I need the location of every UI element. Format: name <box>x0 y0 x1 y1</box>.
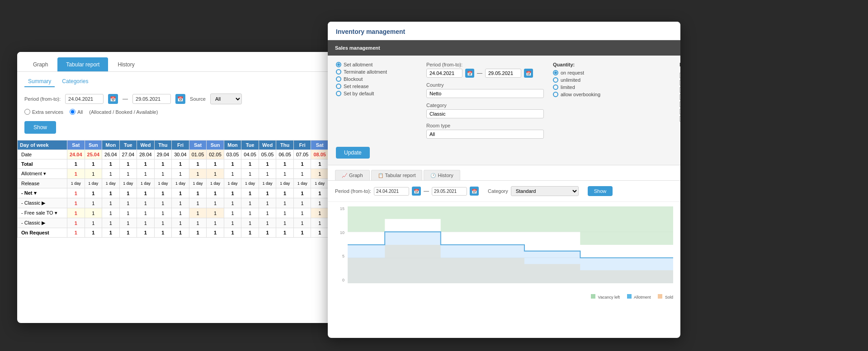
data-table: Day of week Sat Sun Mon Tue Wed Thu Fri … <box>17 140 347 238</box>
tuesday1-checkbox[interactable] <box>679 80 680 85</box>
extra-services-radio[interactable]: Extra services <box>24 109 63 115</box>
col-tue2: Tue <box>241 140 259 150</box>
bottom-cal-from[interactable]: 📅 <box>412 187 421 196</box>
on-request-radio[interactable] <box>553 70 558 75</box>
bottom-date-to[interactable] <box>432 187 467 196</box>
tuesday2-option[interactable]: Tuesday <box>679 94 680 100</box>
source-select[interactable]: All <box>210 94 242 104</box>
on-request-option[interactable]: on request <box>553 70 670 75</box>
set-by-default-option[interactable]: Set by default <box>336 91 417 96</box>
friday-checkbox[interactable] <box>679 102 680 107</box>
dark-section: Sales management <box>328 40 680 56</box>
bottom-cal-to[interactable]: 📅 <box>470 187 479 196</box>
left-form: Period (from-to): 📅 — 📅 Source All Extra… <box>17 87 347 140</box>
graph-chart-icon: 📈 <box>342 173 347 178</box>
legend-vacancy: Vacancy left <box>591 294 620 300</box>
y-label-15: 15 <box>335 206 346 211</box>
col-day-of-week: Day of week <box>18 140 67 150</box>
saturday-checkbox[interactable] <box>679 109 680 114</box>
history-icon: 🕐 <box>430 173 436 178</box>
set-release-radio[interactable] <box>336 84 341 89</box>
wednesday-option[interactable]: Wednesday <box>679 87 680 93</box>
bottom-show-button[interactable]: Show <box>588 186 613 196</box>
room-type-input[interactable] <box>426 130 544 139</box>
blockout-radio[interactable] <box>336 76 341 82</box>
limited-option[interactable]: limited <box>553 84 670 90</box>
terminate-allotment-option[interactable]: Terminate allotment <box>336 69 417 75</box>
calendar-from-icon[interactable]: 📅 <box>108 94 118 104</box>
all-label: All <box>77 109 83 115</box>
row-label: Date <box>18 150 67 159</box>
tuesday1-option[interactable]: Tuesday <box>679 80 680 85</box>
friday-option[interactable]: Friday <box>679 102 680 107</box>
y-label-10: 10 <box>335 230 346 235</box>
row-label: - Net ▾ <box>18 188 67 198</box>
tab-history[interactable]: History <box>109 57 143 71</box>
col-wed1: Wed <box>137 140 155 150</box>
monday-checkbox[interactable] <box>679 73 680 78</box>
set-allotment-option[interactable]: Set allotment <box>336 62 417 67</box>
bottom-tab-graph[interactable]: 📈 Graph <box>335 170 370 180</box>
country-input[interactable] <box>426 89 544 98</box>
sub-tab-categories[interactable]: Categories <box>58 76 92 87</box>
config-cal-from[interactable]: 📅 <box>465 69 474 78</box>
y-label-0: 0 <box>335 278 346 282</box>
chart-container: 0 5 10 15 <box>335 206 673 292</box>
table-row: Allotment ▾ 1 1 11111 1 1 11111 1 1 <box>18 169 348 179</box>
show-button[interactable]: Show <box>24 121 56 134</box>
unlimited-option[interactable]: unlimited <box>553 77 670 83</box>
sunday-option[interactable]: Sunday <box>679 116 680 122</box>
category-group: Category <box>426 103 544 118</box>
calendar-to-icon[interactable]: 📅 <box>175 94 185 104</box>
config-date-to[interactable] <box>485 69 521 78</box>
allow-overbooking-radio[interactable] <box>553 92 558 97</box>
days-label: Days: <box>679 62 680 67</box>
legend-allotment: Allotment <box>627 294 651 300</box>
room-type-label: Room type <box>426 123 544 128</box>
right-window-title: Inventory management <box>336 28 405 35</box>
country-group: Country <box>426 82 544 98</box>
limited-radio[interactable] <box>553 84 558 90</box>
date-from-input[interactable] <box>65 94 104 104</box>
all-radio[interactable]: All <box>70 109 83 115</box>
row-label: - Classic ▶ <box>18 198 67 208</box>
col-sat2: Sat <box>189 140 207 150</box>
saturday-option[interactable]: Saturday <box>679 109 680 114</box>
bottom-date-from[interactable] <box>374 187 409 196</box>
blockout-label: Blockout <box>344 76 363 82</box>
terminate-allotment-radio[interactable] <box>336 69 341 75</box>
allow-overbooking-option[interactable]: allow overbooking <box>553 92 670 97</box>
set-allotment-radio[interactable] <box>336 62 341 67</box>
config-cal-to[interactable]: 📅 <box>524 69 533 78</box>
tab-tabular-report[interactable]: Tabular report <box>57 57 108 71</box>
bottom-period-group: Period (from-to): 📅 — 📅 <box>335 187 479 196</box>
row-label: Total <box>18 159 67 169</box>
set-release-option[interactable]: Set release <box>336 84 417 89</box>
date-to-input[interactable] <box>132 94 171 104</box>
table-row: Total 1 1 11111 1 1 11111 1 1 <box>18 159 348 169</box>
sub-tab-summary[interactable]: Summary <box>24 76 55 87</box>
col-thu2: Thu <box>276 140 294 150</box>
config-period-label: Period (from-to): <box>426 62 544 67</box>
unlimited-radio[interactable] <box>553 77 558 83</box>
chart-area: 0 5 10 15 <box>328 202 680 301</box>
update-button[interactable]: Update <box>336 147 370 159</box>
category-input[interactable] <box>426 109 544 118</box>
tuesday2-checkbox[interactable] <box>679 94 680 100</box>
bottom-period-label: Period (from-to): <box>335 188 371 194</box>
sunday-checkbox[interactable] <box>679 116 680 122</box>
set-by-default-radio[interactable] <box>336 91 341 96</box>
monday-option[interactable]: Monday <box>679 73 680 78</box>
bottom-tab-tabular[interactable]: 📋 Tabular report <box>371 170 423 180</box>
col-sat3: Sat <box>311 140 329 150</box>
bottom-category-select[interactable]: Standard <box>511 186 579 196</box>
config-date-from[interactable] <box>426 69 462 78</box>
col-tue1: Tue <box>119 140 137 150</box>
tab-graph[interactable]: Graph <box>24 57 57 71</box>
bottom-tab-history[interactable]: 🕐 History <box>424 170 460 180</box>
category-label: Category <box>426 103 544 108</box>
blockout-option[interactable]: Blockout <box>336 76 417 82</box>
wednesday-checkbox[interactable] <box>679 87 680 93</box>
allotment-legend-dot <box>627 294 632 299</box>
row-label: - Free sale TO ▾ <box>18 208 67 218</box>
